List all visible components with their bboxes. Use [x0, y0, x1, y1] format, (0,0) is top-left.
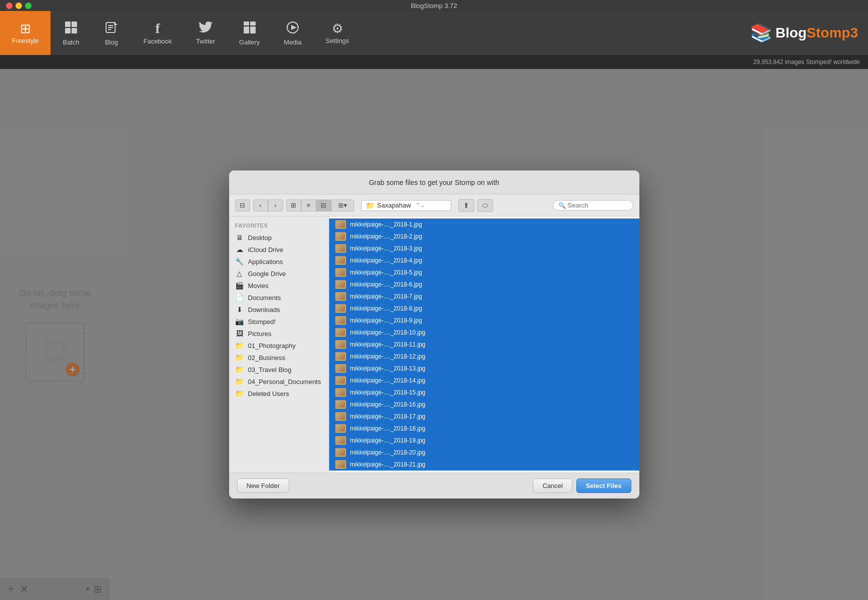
sidebar-item-stomped![interactable]: 📷Stomped! [229, 316, 329, 328]
tab-twitter[interactable]: Twitter [184, 11, 227, 55]
file-item[interactable]: mikkelpaige-...._2018-10.jpg [329, 326, 639, 338]
file-thumbnail [335, 280, 346, 289]
coverflow-view-button[interactable]: ⊞▾ [331, 200, 354, 212]
file-item[interactable]: mikkelpaige-...._2018-2.jpg [329, 230, 639, 242]
sidebar-item-icloud_drive[interactable]: ☁iCloud Drive [229, 244, 329, 256]
file-item[interactable]: mikkelpaige-...._2018-12.jpg [329, 350, 639, 362]
tab-settings[interactable]: ⚙ Settings [314, 11, 361, 55]
media-label: Media [284, 38, 301, 46]
file-item[interactable]: mikkelpaige-...._2018-21.jpg [329, 458, 639, 470]
sidebar-item-label: Movies [248, 282, 269, 290]
file-item[interactable]: mikkelpaige-...._2018-15.jpg [329, 386, 639, 398]
svg-rect-8 [244, 22, 249, 26]
file-item[interactable]: mikkelpaige-...._2018-1.jpg [329, 218, 639, 230]
file-item[interactable]: mikkelpaige-...._2018-5.jpg [329, 266, 639, 278]
sidebar-folder-icon: 🖥 [235, 234, 244, 242]
sidebar-item-movies[interactable]: 🎬Movies [229, 280, 329, 292]
file-item[interactable]: mikkelpaige-...._2018-8.jpg [329, 302, 639, 314]
tab-gallery[interactable]: Gallery [227, 11, 272, 55]
sidebar-item-desktop[interactable]: 🖥Desktop [229, 232, 329, 244]
column-view-button[interactable]: ⊟ [316, 200, 331, 212]
sidebar-item-02_business[interactable]: 📁02_Business [229, 352, 329, 364]
file-item[interactable]: mikkelpaige-...._2018-13.jpg [329, 362, 639, 374]
sidebar-item-01_photography[interactable]: 📁01_Photography [229, 340, 329, 352]
tab-batch[interactable]: Batch [51, 11, 91, 55]
close-button[interactable] [6, 2, 13, 9]
file-item[interactable]: mikkelpaige-...._2018-20.jpg [329, 446, 639, 458]
svg-rect-1 [72, 22, 77, 27]
tab-blog[interactable]: Blog [92, 11, 132, 55]
svg-rect-3 [72, 28, 77, 34]
file-name: mikkelpaige-...._2018-2.jpg [350, 233, 422, 240]
file-thumbnail [335, 316, 346, 325]
sidebar-folder-icon: 🔧 [235, 258, 244, 266]
location-bar[interactable]: 📁 Saxapahaw ⌃⌄ [361, 200, 451, 211]
svg-rect-9 [250, 22, 256, 26]
sidebar-item-label: 04_Personal_Documents [248, 378, 321, 386]
file-item[interactable]: mikkelpaige-...._2018-18.jpg [329, 422, 639, 434]
select-files-button[interactable]: Select Files [576, 478, 631, 493]
sidebar-item-documents[interactable]: 📄Documents [229, 292, 329, 304]
new-folder-button[interactable]: New Folder [237, 478, 289, 493]
location-folder-icon: 📁 [366, 202, 374, 210]
maximize-button[interactable] [25, 2, 32, 9]
forward-button[interactable]: › [268, 200, 283, 212]
sidebar-toggle-button[interactable]: ⊟ [235, 200, 250, 212]
file-thumbnail [335, 460, 346, 469]
sidebar-folder-icon: 📁 [235, 378, 244, 386]
media-icon [286, 20, 300, 36]
sidebar-item-deleted_users[interactable]: 📁Deleted Users [229, 388, 329, 400]
list-view-button[interactable]: ≡ [301, 200, 316, 212]
file-item[interactable]: mikkelpaige-...._2018-17.jpg [329, 410, 639, 422]
footer-left: New Folder [237, 478, 289, 493]
location-chevron-icon: ⌃⌄ [416, 202, 425, 208]
file-name: mikkelpaige-...._2018-19.jpg [350, 437, 426, 444]
share-button[interactable]: ⬆ [458, 199, 474, 212]
file-name: mikkelpaige-...._2018-21.jpg [350, 461, 426, 468]
blog-label: Blog [105, 38, 118, 46]
tag-button[interactable]: ⬭ [477, 199, 493, 212]
file-name: mikkelpaige-...._2018-16.jpg [350, 401, 426, 408]
gallery-icon [243, 20, 257, 36]
file-item[interactable]: mikkelpaige-...._2018-19.jpg [329, 434, 639, 446]
file-item[interactable]: mikkelpaige-...._2018-3.jpg [329, 242, 639, 254]
search-input[interactable] [568, 202, 628, 209]
svg-rect-2 [65, 28, 71, 34]
sidebar-item-google_drive[interactable]: △Google Drive [229, 268, 329, 280]
file-item[interactable]: mikkelpaige-...._2018-7.jpg [329, 290, 639, 302]
file-name: mikkelpaige-...._2018-5.jpg [350, 269, 422, 276]
sidebar-folder-icon: 📄 [235, 294, 244, 302]
file-thumbnail [335, 424, 346, 433]
tab-freestyle[interactable]: ⊞ Freestyle [0, 11, 51, 55]
file-list: mikkelpaige-...._2018-1.jpgmikkelpaige-.… [329, 216, 639, 472]
file-item[interactable]: mikkelpaige-...._2018-6.jpg [329, 278, 639, 290]
file-thumbnail [335, 436, 346, 445]
tab-facebook[interactable]: f Facebook [132, 11, 184, 55]
dialog-footer: New Folder Cancel Select Files [229, 472, 639, 498]
sidebar-item-03_travel_blog[interactable]: 📁03_Travel Blog [229, 364, 329, 376]
file-thumbnail [335, 292, 346, 301]
file-name: mikkelpaige-...._2018-10.jpg [350, 329, 426, 336]
sidebar-item-applications[interactable]: 🔧Applications [229, 256, 329, 268]
back-button[interactable]: ‹ [253, 200, 268, 212]
sidebar-item-04_personal_documents[interactable]: 📁04_Personal_Documents [229, 376, 329, 388]
file-item[interactable]: mikkelpaige-...._2018-9.jpg [329, 314, 639, 326]
file-name: mikkelpaige-...._2018-8.jpg [350, 305, 422, 312]
cancel-button[interactable]: Cancel [533, 478, 572, 493]
file-thumbnail [335, 220, 346, 229]
window-controls[interactable] [6, 2, 32, 9]
file-item[interactable]: mikkelpaige-...._2018-14.jpg [329, 374, 639, 386]
file-item[interactable]: mikkelpaige-...._2018-11.jpg [329, 338, 639, 350]
sidebar-item-downloads[interactable]: ⬇Downloads [229, 304, 329, 316]
file-thumbnail [335, 364, 346, 373]
file-open-dialog: Grab some files to get your Stomp on wit… [229, 170, 639, 498]
search-bar[interactable]: 🔍 [553, 200, 633, 210]
sidebar-item-pictures[interactable]: 🖼Pictures [229, 328, 329, 340]
file-name: mikkelpaige-...._2018-20.jpg [350, 449, 426, 456]
view-buttons: ⊞ ≡ ⊟ ⊞▾ [286, 200, 354, 212]
file-item[interactable]: mikkelpaige-...._2018-16.jpg [329, 398, 639, 410]
tab-media[interactable]: Media [272, 11, 313, 55]
file-item[interactable]: mikkelpaige-...._2018-4.jpg [329, 254, 639, 266]
icon-view-button[interactable]: ⊞ [286, 200, 301, 212]
minimize-button[interactable] [16, 2, 22, 9]
